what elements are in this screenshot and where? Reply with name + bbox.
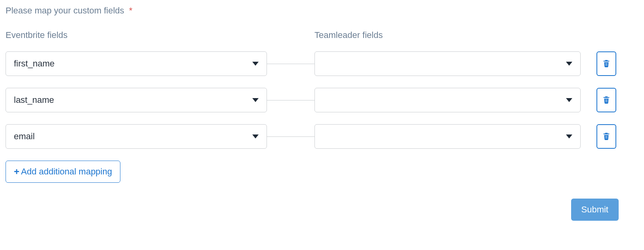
column-headers: Eventbrite fields Teamleader fields [6, 30, 638, 40]
trash-icon [602, 131, 611, 142]
chevron-down-icon [252, 98, 259, 102]
target-field-select[interactable] [314, 88, 581, 112]
mapping-row: first_name [6, 51, 638, 76]
submit-label: Submit [581, 205, 608, 214]
trash-icon [602, 59, 611, 69]
add-mapping-label: Add additional mapping [21, 167, 112, 177]
source-field-value: email [14, 131, 252, 142]
source-field-select[interactable]: first_name [6, 51, 267, 76]
source-field-select[interactable]: email [6, 124, 267, 149]
section-title-text: Please map your custom fields [6, 6, 124, 15]
mapping-connector [267, 64, 314, 64]
delete-row-button[interactable] [596, 51, 616, 76]
plus-icon: + [14, 167, 19, 176]
section-title: Please map your custom fields * [6, 6, 638, 16]
target-field-select[interactable] [314, 51, 581, 76]
chevron-down-icon [566, 134, 572, 138]
chevron-down-icon [566, 98, 572, 102]
delete-row-button[interactable] [596, 124, 616, 149]
required-indicator: * [129, 6, 133, 15]
chevron-down-icon [252, 62, 259, 66]
chevron-down-icon [252, 134, 259, 138]
mapping-row: last_name [6, 88, 638, 112]
add-mapping-button[interactable]: + Add additional mapping [6, 161, 120, 183]
delete-row-button[interactable] [596, 88, 616, 112]
target-field-select[interactable] [314, 124, 581, 149]
source-field-select[interactable]: last_name [6, 88, 267, 112]
source-field-value: first_name [14, 59, 252, 69]
target-column-header: Teamleader fields [314, 30, 581, 40]
chevron-down-icon [566, 62, 572, 66]
mapping-connector [267, 100, 314, 100]
source-column-header: Eventbrite fields [6, 30, 267, 40]
source-field-value: last_name [14, 95, 252, 105]
submit-button[interactable]: Submit [571, 199, 619, 221]
mapping-connector [267, 136, 314, 137]
mapping-row: email [6, 124, 638, 149]
trash-icon [602, 95, 611, 106]
